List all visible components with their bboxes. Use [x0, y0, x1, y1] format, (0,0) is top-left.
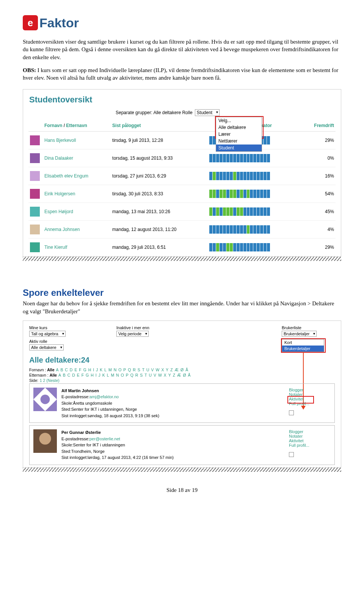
role-dropdown[interactable]: Velg... Alle deltakere Lærer Nettlærer S… — [216, 117, 262, 152]
col-fornavn[interactable]: Fornavn — [44, 123, 62, 128]
letter-link[interactable]: W — [156, 368, 160, 372]
letter-link[interactable]: N — [116, 373, 119, 377]
dropdown-option-selected[interactable]: Student — [216, 145, 262, 151]
letter-link[interactable]: Æ — [175, 368, 179, 372]
progress-indicator[interactable] — [209, 190, 270, 198]
letter-link[interactable]: T — [142, 368, 144, 372]
student-name-link[interactable]: Dina Dalaaker — [44, 155, 73, 161]
user-name[interactable]: Per Gunnar Østerlie — [61, 430, 101, 435]
user-name[interactable]: Alf Martin Johnsen — [61, 388, 99, 393]
select-rolle[interactable]: Alle deltakere — [29, 344, 64, 350]
letter-link[interactable]: M — [111, 373, 114, 377]
student-name-link[interactable]: Annema Johnsen — [44, 227, 80, 232]
letter-link[interactable]: Å — [185, 368, 188, 372]
student-name-link[interactable]: Hans Bjerkevoll — [44, 138, 76, 143]
letter-link[interactable]: Z — [173, 373, 175, 377]
col-etternavn[interactable]: Etternavn — [66, 123, 87, 128]
letter-link[interactable]: O — [121, 373, 124, 377]
dropdown-option[interactable]: Kort — [282, 339, 324, 346]
student-name-link[interactable]: Espen Høijord — [44, 209, 73, 214]
letter-link[interactable]: A — [56, 368, 58, 372]
progress-indicator[interactable] — [209, 225, 270, 234]
letter-link[interactable]: S — [138, 368, 140, 372]
letter-link[interactable]: J — [99, 373, 100, 377]
letter-link[interactable]: A — [58, 373, 61, 377]
letter-link[interactable]: L — [107, 373, 109, 377]
letter-link[interactable]: J — [96, 368, 98, 372]
letter-link[interactable]: R — [135, 373, 138, 377]
letter-link[interactable]: L — [104, 368, 107, 372]
letter-link[interactable]: G — [86, 373, 89, 377]
letter-link[interactable]: S — [140, 373, 143, 377]
letter-link[interactable]: X — [164, 373, 166, 377]
progress-indicator[interactable] — [209, 207, 270, 216]
progress-indicator[interactable] — [209, 154, 270, 162]
progress-indicator[interactable] — [209, 172, 270, 180]
select-periode[interactable]: Velg periode — [116, 331, 149, 337]
letter-link[interactable]: P — [126, 373, 129, 377]
letter-link[interactable]: B — [60, 368, 63, 372]
letter-link[interactable]: P — [123, 368, 126, 372]
letter-link[interactable]: Q — [128, 368, 131, 372]
letter-link[interactable]: K — [102, 373, 105, 377]
letter-link[interactable]: E — [74, 368, 77, 372]
letter-link[interactable]: V — [151, 368, 154, 372]
link-blogger[interactable]: Blogger — [289, 429, 331, 434]
letter-link[interactable]: D — [72, 373, 75, 377]
letter-link[interactable]: U — [149, 373, 152, 377]
user-email[interactable]: per@osterlie.net — [89, 437, 120, 441]
progress-indicator[interactable] — [209, 243, 270, 251]
letter-link[interactable]: M — [108, 368, 112, 372]
letter-link[interactable]: U — [146, 368, 149, 372]
letter-link[interactable]: I — [93, 368, 94, 372]
checkbox[interactable] — [289, 410, 294, 415]
letter-link[interactable]: C — [65, 368, 68, 372]
letter-link[interactable]: G — [83, 368, 86, 372]
letter-link[interactable]: Å — [188, 373, 191, 377]
letter-link[interactable]: R — [133, 368, 136, 372]
letter-link[interactable]: H — [88, 368, 91, 372]
letter-link[interactable]: E — [77, 373, 80, 377]
dropdown-option[interactable]: Nettlærer — [216, 138, 262, 145]
link-aktivitet[interactable]: Aktivitet — [289, 438, 331, 443]
letter-link[interactable]: W — [158, 373, 162, 377]
letter-link[interactable]: D — [70, 368, 73, 372]
letter-link[interactable]: I — [96, 373, 97, 377]
student-name-link[interactable]: Elisabeth elev Engum — [44, 173, 88, 179]
select-brukerliste[interactable]: Brukerdetaljer — [282, 331, 317, 337]
letter-link[interactable]: C — [67, 373, 71, 377]
link-notater[interactable]: Notater — [289, 434, 331, 438]
letter-link[interactable]: T — [144, 373, 147, 377]
letter-link[interactable]: O — [118, 368, 121, 372]
dropdown-option[interactable]: Alle deltakere — [216, 124, 262, 131]
student-name-link[interactable]: Tine Kierulf — [44, 245, 67, 250]
student-name-link[interactable]: Eirik Holgersen — [44, 191, 75, 196]
dropdown-option[interactable]: Velg... — [216, 117, 262, 124]
checkbox[interactable] — [289, 452, 294, 457]
letter-link[interactable]: Ø — [183, 373, 186, 377]
letter-link[interactable]: F — [79, 368, 81, 372]
letter-link[interactable]: Y — [168, 373, 171, 377]
dropdown-option-selected[interactable]: Brukerdetaljer — [282, 346, 324, 352]
select-kurs[interactable]: Tall og algebra — [29, 331, 66, 337]
dropdown-option[interactable]: Lærer — [216, 131, 262, 138]
page-link[interactable]: 1 2 (Neste) — [40, 378, 60, 383]
letter-link[interactable]: Ø — [180, 368, 184, 372]
link-blogger[interactable]: Blogger — [289, 388, 331, 392]
progress-pct: 29% — [302, 239, 336, 256]
letter-link[interactable]: F — [82, 373, 84, 377]
letter-link[interactable]: V — [154, 373, 156, 377]
role-select[interactable]: Student — [195, 109, 220, 116]
letter-link[interactable]: H — [91, 373, 94, 377]
user-email[interactable]: amj@efaktor.no — [89, 394, 119, 399]
letter-link[interactable]: Y — [166, 368, 168, 372]
letter-link[interactable]: B — [63, 373, 66, 377]
brukerliste-dropdown[interactable]: Kort Brukerdetaljer — [282, 339, 324, 352]
letter-link[interactable]: N — [114, 368, 117, 372]
letter-link[interactable]: Z — [170, 368, 173, 372]
letter-link[interactable]: X — [161, 368, 164, 372]
letter-link[interactable]: Æ — [177, 373, 181, 377]
link-fullprofil[interactable]: Full profil... — [289, 443, 331, 448]
letter-link[interactable]: K — [100, 368, 102, 372]
letter-link[interactable]: Q — [130, 373, 133, 377]
